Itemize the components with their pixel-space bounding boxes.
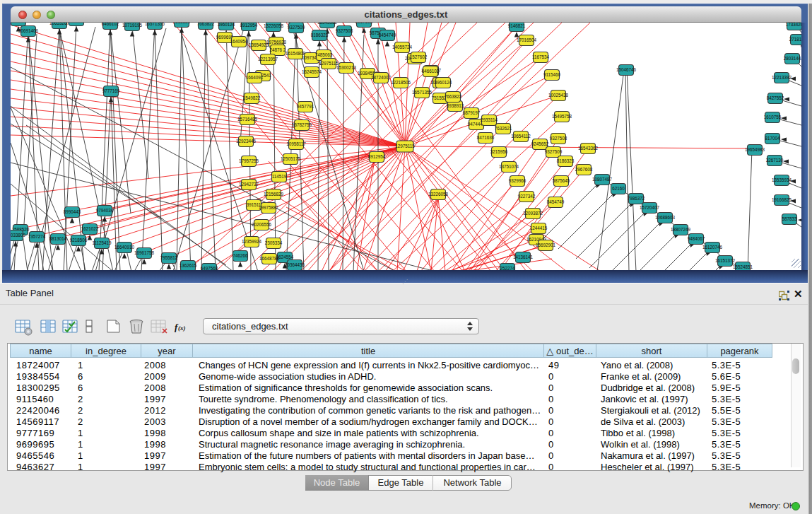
svg-text:16961758: 16961758 xyxy=(134,250,155,255)
svg-text:7632621: 7632621 xyxy=(495,126,512,131)
svg-text:9327509: 9327509 xyxy=(288,25,305,30)
svg-text:2305334: 2305334 xyxy=(265,240,283,245)
svg-text:15524851: 15524851 xyxy=(733,264,753,269)
svg-text:9327508: 9327508 xyxy=(336,28,353,33)
svg-text:7986372: 7986372 xyxy=(628,196,645,201)
svg-text:15300213: 15300213 xyxy=(336,65,357,70)
svg-text:8454749: 8454749 xyxy=(379,33,396,37)
svg-text:252274: 252274 xyxy=(500,266,515,270)
svg-text:16782759: 16782759 xyxy=(292,122,312,127)
svg-text:(x): (x) xyxy=(178,325,186,332)
svg-text:6466102: 6466102 xyxy=(102,23,119,26)
svg-text:7663822: 7663822 xyxy=(445,94,462,99)
svg-text:8454749: 8454749 xyxy=(547,199,565,204)
svg-text:16543362: 16543362 xyxy=(317,23,338,25)
svg-text:8990443: 8990443 xyxy=(64,209,81,214)
svg-text:2803144: 2803144 xyxy=(784,56,801,61)
svg-text:8813014: 8813014 xyxy=(49,236,67,241)
svg-text:16151372: 16151372 xyxy=(715,258,736,263)
svg-text:8186323: 8186323 xyxy=(557,158,575,163)
svg-text:3267130: 3267130 xyxy=(766,158,784,163)
svg-text:13226058: 13226058 xyxy=(428,192,449,197)
svg-text:15692901: 15692901 xyxy=(536,243,556,247)
svg-text:10654112: 10654112 xyxy=(511,134,531,139)
svg-text:12359924: 12359924 xyxy=(242,239,262,244)
svg-text:10688603: 10688603 xyxy=(655,215,676,220)
svg-text:8938913: 8938913 xyxy=(447,103,464,108)
svg-text:7515526: 7515526 xyxy=(173,23,191,24)
svg-text:17957255: 17957255 xyxy=(239,158,259,163)
svg-text:1640954: 1640954 xyxy=(230,39,248,44)
svg-text:24876 2: 24876 2 xyxy=(270,47,286,52)
svg-text:9457791: 9457791 xyxy=(297,104,314,109)
svg-text:16245574: 16245574 xyxy=(302,69,322,74)
svg-text:10653267: 10653267 xyxy=(49,23,70,25)
svg-text:1621022: 1621022 xyxy=(81,226,99,231)
svg-text:2718176: 2718176 xyxy=(789,37,801,42)
svg-text:18724007: 18724007 xyxy=(371,75,392,80)
svg-text:12213392: 12213392 xyxy=(772,75,792,80)
svg-text:14055724: 14055724 xyxy=(392,45,413,49)
svg-text:3960124: 3960124 xyxy=(435,80,452,85)
svg-text:16120746: 16120746 xyxy=(702,245,723,250)
svg-text:1733426: 1733426 xyxy=(786,23,801,27)
svg-text:62160: 62160 xyxy=(612,186,625,191)
svg-text:16640910: 16640910 xyxy=(114,245,135,250)
svg-text:10807487: 10807487 xyxy=(592,177,613,182)
svg-text:16571355: 16571355 xyxy=(412,90,433,95)
svg-text:8186323: 8186323 xyxy=(311,33,329,37)
svg-text:2933114: 2933114 xyxy=(481,117,498,122)
svg-text:15716485: 15716485 xyxy=(237,117,258,122)
svg-text:7663822: 7663822 xyxy=(197,23,215,26)
svg-text:12218506: 12218506 xyxy=(391,80,411,85)
svg-text:16648784: 16648784 xyxy=(259,256,280,261)
svg-text:15046746: 15046746 xyxy=(616,67,637,72)
svg-text:14136141: 14136141 xyxy=(513,255,534,259)
svg-text:17016504: 17016504 xyxy=(517,37,537,42)
svg-text:19975887: 19975887 xyxy=(259,205,279,210)
svg-text:16571355: 16571355 xyxy=(145,23,165,26)
svg-text:12213957: 12213957 xyxy=(258,57,278,62)
svg-text:1362615: 1362615 xyxy=(180,263,197,268)
svg-text:1244415: 1244415 xyxy=(530,226,548,230)
svg-text:9484067: 9484067 xyxy=(688,236,705,241)
svg-text:20691406: 20691406 xyxy=(18,28,39,33)
svg-text:19756928: 19756928 xyxy=(266,40,287,45)
svg-text:2967608: 2967608 xyxy=(355,23,373,24)
svg-text:11125419: 11125419 xyxy=(92,240,112,245)
svg-text:13751074: 13751074 xyxy=(499,164,519,169)
svg-text:8427552: 8427552 xyxy=(767,95,784,100)
svg-text:8912954: 8912954 xyxy=(368,154,386,159)
svg-text:9329966: 9329966 xyxy=(509,178,526,183)
svg-text:18807249: 18807249 xyxy=(671,227,691,232)
svg-text:20364436: 20364436 xyxy=(285,262,305,267)
svg-text:1527602: 1527602 xyxy=(410,54,428,59)
svg-text:5875645: 5875645 xyxy=(553,178,570,183)
svg-text:114519: 114519 xyxy=(272,174,287,179)
svg-text:817004: 817004 xyxy=(765,136,780,141)
svg-text:9227342: 9227342 xyxy=(518,194,536,199)
svg-text:13535934: 13535934 xyxy=(772,177,792,182)
svg-text:7485063: 7485063 xyxy=(315,52,333,57)
svg-text:10958117: 10958117 xyxy=(286,141,306,146)
svg-text:3960124: 3960124 xyxy=(218,23,235,27)
svg-text:3215956: 3215956 xyxy=(490,149,508,154)
svg-text:9218506: 9218506 xyxy=(70,238,88,243)
svg-text:9327509: 9327509 xyxy=(545,149,563,154)
svg-text:12975115: 12975115 xyxy=(395,144,415,148)
svg-text:9794034: 9794034 xyxy=(96,208,114,213)
svg-text:746266: 746266 xyxy=(233,253,248,258)
svg-text:19654983: 19654983 xyxy=(745,147,765,152)
svg-text:6466102: 6466102 xyxy=(422,69,440,74)
svg-text:19166825: 19166825 xyxy=(772,197,792,202)
svg-text:6497568: 6497568 xyxy=(201,266,218,270)
svg-text:12923446: 12923446 xyxy=(236,139,257,144)
svg-text:12156829: 12156829 xyxy=(264,192,284,197)
svg-text:10025438: 10025438 xyxy=(548,93,569,98)
svg-text:16543362: 16543362 xyxy=(578,146,599,151)
svg-text:6879197: 6879197 xyxy=(463,110,481,115)
svg-text:2967608: 2967608 xyxy=(575,167,593,172)
svg-text:10719195: 10719195 xyxy=(122,23,143,28)
svg-text:13226058: 13226058 xyxy=(264,23,284,28)
svg-text:20206556: 20206556 xyxy=(252,222,272,227)
